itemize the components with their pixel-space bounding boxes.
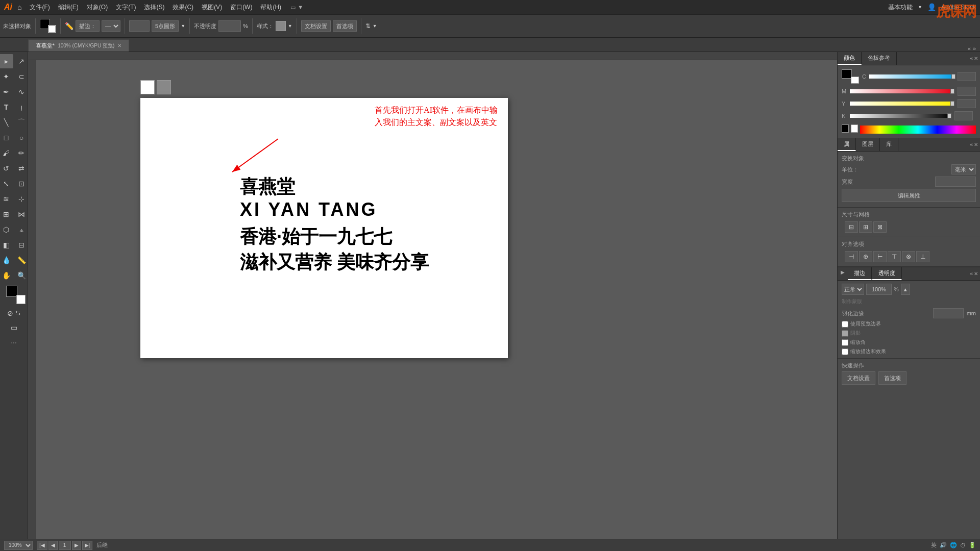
color-panel-collapse[interactable]: « (970, 56, 973, 61)
canvas-swatch-white[interactable] (140, 80, 155, 94)
artboard-tool[interactable]: ▭ (1, 320, 27, 335)
prop-panel-close[interactable]: ✕ (974, 142, 978, 147)
opacity-up-btn[interactable]: ▲ (901, 284, 910, 295)
style-swatch[interactable] (276, 21, 286, 31)
background-swatch[interactable] (16, 295, 26, 304)
eyedropper-tool[interactable]: 💧 (0, 253, 13, 267)
brush-select[interactable]: — (102, 20, 120, 32)
point-dropdown-icon[interactable]: ▼ (181, 23, 185, 29)
edit-props-btn[interactable]: 编辑属性 (842, 189, 976, 202)
foreground-swatch[interactable] (6, 286, 17, 297)
prop-panel-collapse[interactable]: « (970, 142, 973, 147)
perspective-tool[interactable]: ⟁ (14, 222, 29, 237)
opacity-input[interactable]: 100 (218, 20, 241, 32)
vertical-type-tool[interactable]: ᴉ (14, 100, 29, 114)
preferences-btn-toolbar[interactable]: 首选项 (333, 20, 357, 32)
color-tab[interactable]: 颜色 (838, 52, 862, 65)
spectrum-black-swatch[interactable] (842, 124, 849, 133)
canvas-swatch-gray[interactable] (157, 80, 171, 94)
menu-file[interactable]: 文件(F) (26, 0, 54, 14)
puppet-warp-tool[interactable]: ⊹ (14, 192, 29, 206)
width-input-prop[interactable]: 1 (935, 177, 976, 187)
menu-effects[interactable]: 效果(C) (168, 0, 198, 14)
menu-select[interactable]: 选择(S) (140, 0, 168, 14)
panel-collapse-left[interactable]: « (968, 45, 971, 52)
spectrum-white-swatch[interactable] (851, 124, 858, 133)
home-icon[interactable]: ⌂ (17, 3, 21, 11)
feathering-input[interactable]: 0.3528 (933, 308, 964, 318)
measure-tool[interactable]: 📏 (14, 253, 29, 267)
quick-preferences-btn[interactable]: 首选项 (878, 371, 906, 385)
k-slider[interactable] (850, 114, 951, 118)
preview-bounds-check[interactable] (842, 321, 848, 328)
menu-help[interactable]: 帮助(H) (256, 0, 285, 14)
gradient-tool[interactable]: ◧ (0, 238, 13, 252)
selection-tool[interactable]: ▸ (0, 54, 13, 68)
transparency-tab[interactable]: 透明度 (872, 267, 902, 280)
swap-colors-icon[interactable]: ⇆ (15, 309, 20, 317)
magic-wand-tool[interactable]: ✦ (0, 69, 13, 84)
doc-settings-btn-toolbar[interactable]: 文档设置 (301, 20, 331, 32)
menu-text[interactable]: 文字(T) (112, 0, 140, 14)
arrange-icon[interactable]: ⇅ (365, 22, 371, 30)
doc-tab[interactable]: 喜燕堂* 100% (CMYK/GPU 预览) ✕ (28, 39, 129, 52)
tab-close-btn[interactable]: ✕ (117, 43, 121, 48)
direct-selection-tool[interactable]: ↗ (14, 54, 29, 68)
shear-tool[interactable]: ⊡ (14, 177, 29, 191)
m-slider[interactable] (850, 89, 954, 93)
rect-tool[interactable]: □ (0, 131, 13, 145)
brush-icon[interactable]: ✏️ (65, 22, 74, 30)
scale-corners-check[interactable] (842, 339, 848, 346)
scale-effects-check[interactable] (842, 348, 848, 355)
curvature-tool[interactable]: ∿ (14, 85, 29, 99)
align-center-h-btn[interactable]: ⊕ (859, 251, 872, 262)
layers-tab[interactable]: 图层 (856, 138, 880, 151)
zoom-select[interactable]: 100% (4, 541, 33, 550)
appearance-tab[interactable]: 描边 (848, 267, 872, 280)
lasso-tool[interactable]: ⊂ (14, 69, 29, 84)
workspace-dropdown-icon[interactable]: ▼ (918, 5, 922, 10)
properties-tab[interactable]: 属 (838, 138, 856, 151)
color-spectrum-bar[interactable] (860, 126, 976, 134)
style-dropdown-icon[interactable]: ▼ (288, 23, 292, 29)
align-right-btn[interactable]: ⊢ (873, 251, 887, 262)
page-prev-btn[interactable]: ◀ (48, 541, 58, 550)
swatch-ref-tab[interactable]: 色板参考 (862, 52, 897, 65)
arrange-dropdown-icon[interactable]: ▼ (373, 23, 377, 29)
shape-builder-tool[interactable]: ⋈ (14, 207, 29, 221)
align-center-v-btn[interactable]: ⊗ (902, 251, 915, 262)
pencil-tool[interactable]: ✏ (14, 146, 29, 160)
trans-close[interactable]: ✕ (974, 271, 978, 277)
menu-view[interactable]: 视图(V) (198, 0, 226, 14)
pen-tool[interactable]: ✒ (0, 85, 13, 99)
hand-tool[interactable]: ✋ (0, 268, 13, 283)
expand-icon[interactable]: ▶ (838, 267, 848, 280)
reflect-tool[interactable]: ⇄ (14, 161, 29, 176)
no-fill-icon[interactable]: ⊘ (7, 309, 13, 317)
quick-doc-settings-btn[interactable]: 文档设置 (842, 371, 875, 385)
stroke-swatch[interactable] (48, 25, 56, 33)
ruler-btn[interactable]: ⊟ (845, 221, 858, 233)
c-slider[interactable] (869, 74, 955, 79)
c-value-input[interactable]: 0 (958, 72, 976, 81)
color-panel-close[interactable]: ✕ (974, 56, 978, 61)
color-bg-swatch[interactable] (851, 77, 859, 84)
more-icon[interactable]: ··· (11, 338, 17, 346)
page-input[interactable] (59, 541, 71, 550)
scale-tool[interactable]: ⤡ (0, 177, 13, 191)
panel-collapse-right[interactable]: » (973, 45, 976, 52)
opacity-value-input[interactable] (866, 284, 892, 295)
line-tool[interactable]: ╲ (0, 115, 13, 130)
align-bottom-btn[interactable]: ⊥ (916, 251, 929, 262)
blend-mode-select[interactable]: 正常 (842, 284, 864, 295)
arc-tool[interactable]: ⌒ (14, 115, 29, 130)
snap-btn[interactable]: ⊠ (873, 221, 887, 233)
rotate-tool[interactable]: ↺ (0, 161, 13, 176)
width-input[interactable] (129, 20, 150, 32)
m-value-input[interactable]: 0 (958, 87, 976, 96)
color-fg-swatch[interactable] (842, 69, 852, 79)
grid-btn[interactable]: ⊞ (859, 221, 872, 233)
ellipse-tool[interactable]: ○ (14, 131, 29, 145)
y-value-input[interactable]: 0 (958, 99, 976, 108)
mesh-tool[interactable]: ⊟ (14, 238, 29, 252)
